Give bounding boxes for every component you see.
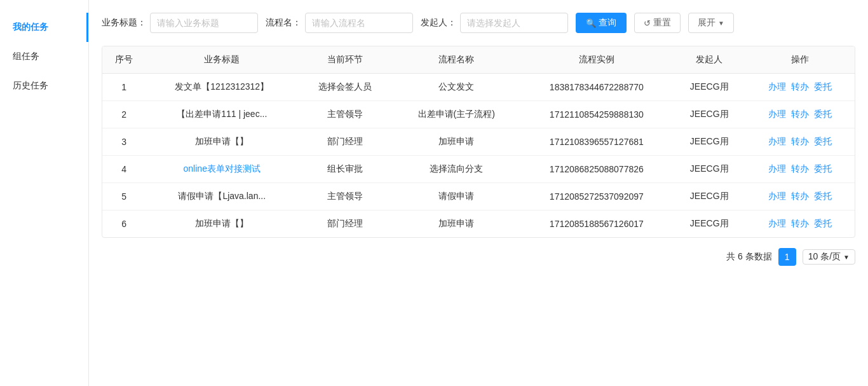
action-btn-0[interactable]: 办理 (768, 81, 786, 93)
cell-current-step: 部门经理 (298, 210, 392, 238)
cell-actions: 办理转办委托 (746, 183, 855, 210)
action-btn-0[interactable]: 办理 (768, 163, 786, 175)
cell-actions: 办理转办委托 (746, 210, 855, 238)
cell-index: 3 (102, 128, 146, 156)
col-process-instance: 流程实例 (520, 46, 673, 74)
col-process-name: 流程名称 (392, 46, 520, 74)
cell-process-instance: 1712085188567126017 (520, 210, 673, 238)
action-btn-0[interactable]: 办理 (768, 191, 786, 202)
sidebar-item-label: 我的任务 (13, 22, 48, 32)
cell-business-title: 发文单【1212312312】 (146, 74, 298, 101)
cell-process-name: 公文发文 (392, 74, 520, 101)
cell-index: 5 (102, 183, 146, 210)
cell-current-step: 主管领导 (298, 183, 392, 210)
query-button-label: 查询 (599, 17, 616, 29)
sidebar-item-my-tasks[interactable]: 我的任务 (0, 13, 88, 42)
action-btn-2[interactable]: 委托 (814, 163, 832, 175)
reset-button[interactable]: ↺ 重置 (634, 13, 681, 33)
process-name-filter: 流程名： (266, 13, 413, 33)
cell-current-step: 主管领导 (298, 101, 392, 128)
cell-index: 2 (102, 101, 146, 128)
col-index: 序号 (102, 46, 146, 74)
cell-initiator: JEECG用 (673, 101, 746, 128)
col-business-title: 业务标题 (146, 46, 298, 74)
initiator-filter: 发起人： (421, 13, 568, 33)
cell-process-instance: 1838178344672288770 (520, 74, 673, 101)
cell-process-instance: 1712108396557127681 (520, 128, 673, 156)
table-header-row: 序号 业务标题 当前环节 流程名称 流程实例 发起人 操作 (102, 46, 855, 74)
cell-business-title: 请假申请【Ljava.lan... (146, 183, 298, 210)
table-row: 2【出差申请111 | jeec...主管领导出差申请(主子流程)1712110… (102, 101, 855, 128)
expand-button[interactable]: 展开 ▼ (688, 13, 734, 33)
action-btn-2[interactable]: 委托 (814, 136, 832, 148)
table-row: 5请假申请【Ljava.lan...主管领导请假申请17120852725370… (102, 183, 855, 210)
cell-business-title: 【出差申请111 | jeec... (146, 101, 298, 128)
business-title-label: 业务标题： (102, 17, 146, 29)
initiator-label: 发起人： (421, 17, 456, 29)
table-row: 6加班申请【】部门经理加班申请1712085188567126017JEECG用… (102, 210, 855, 238)
cell-initiator: JEECG用 (673, 156, 746, 183)
col-initiator: 发起人 (673, 46, 746, 74)
action-btn-0[interactable]: 办理 (768, 218, 786, 230)
cell-index: 4 (102, 156, 146, 183)
cell-actions: 办理转办委托 (746, 156, 855, 183)
cell-actions: 办理转办委托 (746, 128, 855, 156)
action-btn-1[interactable]: 转办 (791, 109, 809, 120)
search-icon: 🔍 (586, 18, 596, 28)
table-row: 3加班申请【】部门经理加班申请1712108396557127681JEECG用… (102, 128, 855, 156)
reset-button-label: 重置 (653, 17, 671, 29)
action-btn-1[interactable]: 转办 (791, 191, 809, 202)
pagination: 共 6 条数据 1 10 条/页 ▼ (102, 248, 855, 266)
initiator-input[interactable] (460, 13, 568, 33)
query-button[interactable]: 🔍 查询 (576, 13, 627, 33)
table-row: 4online表单对接测试组长审批选择流向分支17120868250880778… (102, 156, 855, 183)
cell-process-name: 选择流向分支 (392, 156, 520, 183)
sidebar: 我的任务 组任务 历史任务 (0, 0, 89, 386)
task-table: 序号 业务标题 当前环节 流程名称 流程实例 发起人 操作 1发文单【12123… (102, 46, 855, 237)
cell-business-title: 加班申请【】 (146, 128, 298, 156)
sidebar-item-group-tasks[interactable]: 组任务 (0, 42, 88, 71)
cell-process-name: 加班申请 (392, 128, 520, 156)
action-btn-2[interactable]: 委托 (814, 218, 832, 230)
cell-index: 6 (102, 210, 146, 238)
action-btn-1[interactable]: 转办 (791, 218, 809, 230)
chevron-down-icon: ▼ (718, 20, 724, 27)
pagination-current-page[interactable]: 1 (778, 248, 796, 266)
cell-actions: 办理转办委托 (746, 74, 855, 101)
action-btn-2[interactable]: 委托 (814, 109, 832, 120)
action-btn-1[interactable]: 转办 (791, 81, 809, 93)
action-btn-1[interactable]: 转办 (791, 163, 809, 175)
action-btn-0[interactable]: 办理 (768, 109, 786, 120)
sidebar-item-history-tasks[interactable]: 历史任务 (0, 71, 88, 100)
table-row: 1发文单【1212312312】选择会签人员公文发文18381783446722… (102, 74, 855, 101)
task-table-container: 序号 业务标题 当前环节 流程名称 流程实例 发起人 操作 1发文单【12123… (102, 46, 855, 238)
reset-icon: ↺ (644, 18, 651, 28)
expand-button-label: 展开 (698, 17, 715, 29)
cell-initiator: JEECG用 (673, 128, 746, 156)
business-title-filter: 业务标题： (102, 13, 258, 33)
cell-current-step: 组长审批 (298, 156, 392, 183)
app-layout: 我的任务 组任务 历史任务 业务标题： 流程名： 发起人： 🔍 (0, 0, 868, 386)
cell-process-instance: 1712086825088077826 (520, 156, 673, 183)
page-size-selector[interactable]: 10 条/页 ▼ (803, 249, 855, 265)
cell-current-step: 部门经理 (298, 128, 392, 156)
action-btn-2[interactable]: 委托 (814, 191, 832, 202)
col-action: 操作 (746, 46, 855, 74)
pagination-total: 共 6 条数据 (726, 251, 772, 263)
action-btn-1[interactable]: 转办 (791, 136, 809, 148)
cell-index: 1 (102, 74, 146, 101)
cell-initiator: JEECG用 (673, 210, 746, 238)
cell-initiator: JEECG用 (673, 183, 746, 210)
action-btn-0[interactable]: 办理 (768, 136, 786, 148)
cell-process-name: 出差申请(主子流程) (392, 101, 520, 128)
chevron-down-icon: ▼ (843, 254, 850, 261)
cell-process-name: 请假申请 (392, 183, 520, 210)
process-name-label: 流程名： (266, 17, 301, 29)
action-btn-2[interactable]: 委托 (814, 81, 832, 93)
process-name-input[interactable] (305, 13, 413, 33)
cell-current-step: 选择会签人员 (298, 74, 392, 101)
cell-process-instance: 1712110854259888130 (520, 101, 673, 128)
col-current-step: 当前环节 (298, 46, 392, 74)
filter-bar: 业务标题： 流程名： 发起人： 🔍 查询 ↺ 重置 展开 ▼ (102, 13, 855, 33)
business-title-input[interactable] (150, 13, 258, 33)
